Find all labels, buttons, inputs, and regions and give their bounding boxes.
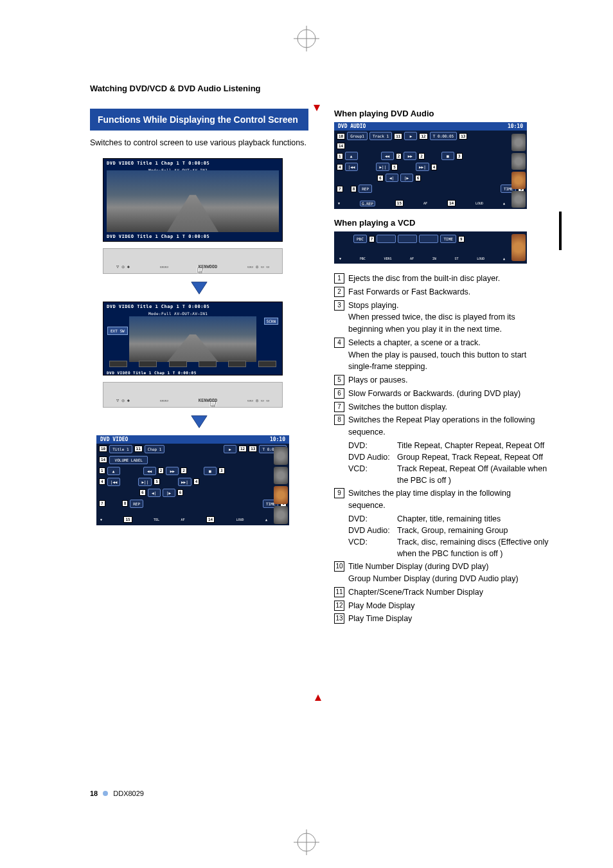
a-slow-fwd-button[interactable]: |▶ [400,174,413,182]
callout-3: 3 [218,467,225,474]
play-pause-button[interactable]: ▶|| [138,478,152,486]
red-arrow-bottom-inner [315,694,321,701]
a-side-icon-2[interactable] [511,153,526,170]
side-icon-4[interactable] [274,506,288,524]
a-rew-button[interactable]: ◀◀ [381,152,394,160]
func-num: 9 [334,488,344,498]
function-item-7: 7Switches the button display. [334,401,549,413]
callout-8: 8 [122,500,129,507]
function-item-4: 4Selects a chapter, a scene or a track.W… [334,337,549,373]
prev-button[interactable]: |◀◀ [107,478,121,486]
func-num: 5 [334,375,344,385]
callout-14: 14 [99,457,107,463]
a-ff-button[interactable]: ▶▶ [404,152,416,160]
a-callout-15: 15 [395,200,404,206]
callout-14b: 14 [206,516,215,523]
callout-15: 15 [123,516,132,523]
callout-11: 11 [134,446,143,452]
screenshot-playback-2: DVD VIDEO Title 1 Chap 1 T 0:00:05 Mode:… [103,302,283,375]
vcd-blank-1[interactable] [377,235,396,243]
a-callout-13: 13 [459,133,467,140]
v-tri-up[interactable]: ▲ [503,257,505,260]
a-prev-button[interactable]: |◀◀ [345,163,359,171]
tri-up-icon[interactable]: ▲ [265,518,267,521]
a-callout-3: 3 [456,153,463,159]
callout-12: 12 [238,446,247,452]
rew-btn[interactable] [139,361,157,367]
a-eject-button[interactable]: ▲ [345,152,358,160]
side-icon-3[interactable] [274,486,288,504]
a-callout-5: 5 [391,164,398,170]
callout-5: 5 [154,478,160,485]
vcd-pbc-button[interactable]: PBC [353,235,367,243]
model-name: DDX8029 [113,790,144,797]
crop-mark-bottom [294,829,319,855]
func-body: Selects a chapter, a scene or a track.Wh… [348,337,549,373]
scrn-button[interactable]: SCRN [264,318,278,325]
a-callout-2: 2 [396,153,402,159]
subhead-dvd-audio: When playing DVD Audio [334,109,549,118]
ff-button[interactable]: ▶▶ [166,467,179,475]
track-display: Track 1 [369,132,392,140]
play-indicator: ▶ [224,445,236,453]
a-slow-back-button[interactable]: ◀| [386,174,398,182]
function-item-11: 11Chapter/Scene/Track Number Display [334,586,549,599]
a-play-pause-button[interactable]: ▶|| [376,163,389,171]
a-tri-up[interactable]: ▲ [503,201,505,205]
vcd-control-bar: x PBC 7 TIME 9 ▼ PBC VERS AF IN ST L [334,231,527,264]
arrow-down-1 [90,280,308,298]
ss3-top: DVD VIDEO Title 1 Chap 1 T 0:00:05 [103,302,282,311]
a-rep-button[interactable]: REP [359,185,372,193]
audio-header-title: DVD AUDIO [338,123,366,129]
next-button[interactable]: ▶▶| [178,478,191,486]
stop-button[interactable]: ■ [204,467,217,475]
rew-button[interactable]: ◀◀ [143,467,156,475]
play-btn[interactable] [258,361,276,367]
rep-button[interactable]: REP [130,500,143,508]
func-body: Switches the play time display in the fo… [348,487,549,559]
v-side-icon[interactable] [511,234,526,261]
a-tri-down[interactable]: ▼ [338,201,340,205]
ss1-bottom: DVD VIDEO Title 1 Chap 1 T 0:00:05 [103,232,282,241]
a-next-button[interactable]: ▶▶| [416,163,429,171]
ctrl-header-title: DVD VIDEO [100,437,128,442]
svg-marker-4 [191,416,207,428]
function-item-6: 6Slow Forwards or Backwards. (during DVD… [334,388,549,400]
functions-list: 1Ejects the disc from the built-in disc … [334,273,549,625]
slow-fwd-button[interactable]: |▶ [163,489,175,497]
function-item-2: 2Fast Forwards or Fast Backwards. [334,286,549,298]
red-arrow-col [314,105,320,111]
a-side-icon-4[interactable] [511,191,526,208]
function-item-12: 12Play Mode Display [334,600,549,612]
slow-back-button[interactable]: ◀| [148,489,161,497]
vcd-blank-3[interactable] [419,235,438,243]
func-num: 2 [334,287,344,297]
tri-down-icon[interactable]: ▼ [100,518,102,521]
side-icon-1[interactable] [274,447,288,465]
side-icon-2[interactable] [274,467,288,485]
function-item-13: 13Play Time Display [334,613,549,625]
title-display: Title 1 [109,445,132,453]
screenshot-playback-1: DVD VIDEO Title 1 Chap 1 T 0:00:05 Mode:… [103,158,283,242]
grep-button[interactable]: G.REP [360,201,375,206]
ext-sw-button[interactable]: EXT SW [107,327,128,335]
a-stop-button[interactable]: ■ [441,152,454,160]
function-item-8: 8Switches the Repeat Play operations in … [334,414,549,486]
ff-btn[interactable] [169,361,187,367]
stop-btn[interactable] [109,361,127,367]
next-btn[interactable] [228,361,246,367]
eject-button[interactable]: ▲ [107,467,120,475]
v-tri-down[interactable]: ▼ [339,257,341,260]
ctrl-header-clock: 10:10 [270,437,285,442]
a-callout-6: 6 [377,175,384,181]
vcd-time-button[interactable]: TIME [440,235,456,243]
transport-controls [107,361,279,367]
callout-13: 13 [249,446,257,452]
vcd-af-label: AF [410,257,414,260]
a-callout-4: 4 [337,164,343,170]
vcd-blank-2[interactable] [398,235,417,243]
chap-display: Chap 1 [145,445,165,453]
a-side-icon-3[interactable] [511,172,526,189]
a-side-icon-1[interactable] [511,134,526,151]
prev-btn[interactable] [199,361,217,367]
